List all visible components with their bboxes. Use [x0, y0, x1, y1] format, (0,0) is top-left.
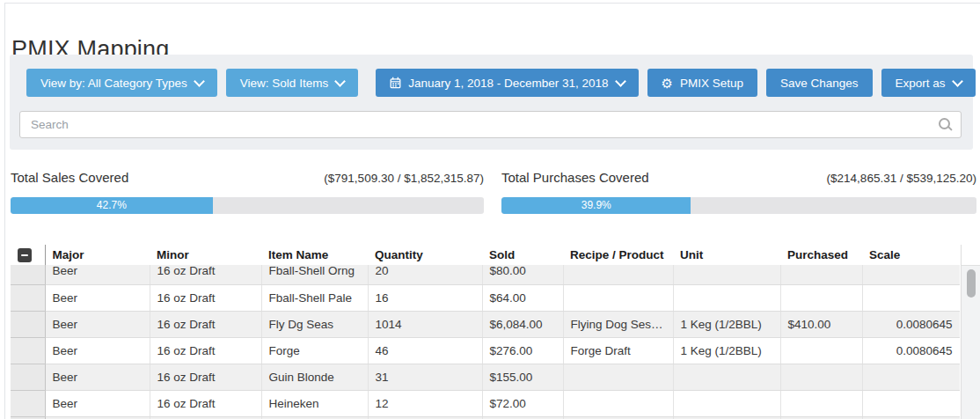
- cell-unit[interactable]: [673, 364, 780, 390]
- cell-purchased[interactable]: [780, 390, 862, 416]
- total-purchases-covered-section: Total Purchases Covered ($214,865.31 / $…: [501, 170, 976, 214]
- table-row: Beer 16 oz Draft Fly Dg Seas 1014 $6,084…: [11, 311, 960, 337]
- cell-quantity: 1014: [368, 311, 482, 337]
- cell-recipe-product[interactable]: [563, 390, 673, 416]
- cell-minor: 16 oz Draft: [150, 284, 261, 311]
- save-changes-label: Save Changes: [780, 77, 859, 90]
- pmix-setup-button[interactable]: ⚙ PMIX Setup: [647, 69, 758, 97]
- chevron-down-icon: [194, 76, 205, 87]
- pmix-setup-label: PMIX Setup: [680, 77, 743, 90]
- table-row: Beer 16 oz Draft Fball-Shell Orng 20 $80…: [11, 265, 960, 284]
- view-sold-items-dropdown[interactable]: View: Sold Items: [226, 69, 358, 97]
- select-all-header-cell: [11, 245, 45, 266]
- cell-sold: $64.00: [482, 284, 563, 311]
- export-as-dropdown[interactable]: Export as: [881, 69, 976, 97]
- cell-purchased[interactable]: [780, 284, 862, 311]
- column-header-item-name: Item Name: [261, 245, 368, 266]
- search-container: [19, 111, 962, 138]
- purchases-covered-label: Total Purchases Covered: [501, 170, 649, 185]
- cell-item-name: Fball-Shell Orng: [261, 265, 368, 284]
- cell-major: Beer: [45, 337, 150, 364]
- cell-major: Beer: [45, 364, 150, 390]
- content-top-border: [5, 3, 980, 4]
- cell-minor: 16 oz Draft: [150, 390, 261, 416]
- cell-unit[interactable]: 1 Keg (1/2BBL): [673, 337, 780, 364]
- chevron-down-icon: [615, 76, 626, 87]
- column-header-unit: Unit: [673, 245, 780, 266]
- purchases-covered-amounts: ($214,865.31 / $539,125.20): [827, 172, 976, 185]
- scrollbar-track[interactable]: [962, 265, 980, 419]
- cell-scale[interactable]: 0.0080645: [862, 311, 960, 337]
- cell-sold: $276.00: [482, 337, 563, 364]
- cell-scale[interactable]: [862, 265, 960, 284]
- cell-scale[interactable]: [862, 364, 960, 390]
- cell-quantity: 20: [368, 265, 482, 284]
- cell-sold: $80.00: [482, 265, 563, 284]
- cell-item-name: Forge: [261, 337, 368, 364]
- cell-quantity: 46: [368, 337, 482, 364]
- cell-purchased[interactable]: [780, 364, 862, 390]
- cell-sold: $155.00: [482, 364, 563, 390]
- table-row: Beer 16 oz Draft Heineken 12 $72.00: [11, 390, 960, 416]
- cell-sold: $6,084.00: [482, 311, 563, 337]
- gear-icon: ⚙: [662, 77, 673, 90]
- cell-purchased[interactable]: $410.00: [780, 311, 862, 337]
- cell-recipe-product[interactable]: Flying Dog Sesao…: [563, 311, 673, 337]
- cell-purchased[interactable]: [780, 337, 862, 364]
- table-body-viewport: Beer 16 oz Draft Fball-Shell Orng 20 $80…: [11, 265, 960, 419]
- cell-recipe-product[interactable]: [563, 364, 673, 390]
- export-as-label: Export as: [896, 77, 946, 90]
- cell-item-name: Fly Dg Seas: [261, 311, 368, 337]
- cell-unit[interactable]: 1 Keg (1/2BBL): [673, 311, 780, 337]
- row-handle[interactable]: [11, 311, 45, 337]
- sales-covered-amounts: ($791,509.30 / $1,852,315.87): [324, 172, 484, 185]
- cell-unit[interactable]: [673, 390, 780, 416]
- minus-icon: [21, 254, 28, 256]
- cell-purchased[interactable]: [780, 265, 862, 284]
- cell-minor: 16 oz Draft: [150, 311, 261, 337]
- save-changes-button[interactable]: Save Changes: [766, 69, 873, 97]
- column-header-quantity: Quantity: [368, 245, 482, 266]
- cell-item-name: Fball-Shell Pale: [261, 284, 368, 311]
- row-handle[interactable]: [11, 337, 45, 364]
- date-range-dropdown[interactable]: January 1, 2018 - December 31, 2018: [376, 69, 638, 97]
- toolbar-panel: View by: All Category Types View: Sold I…: [10, 55, 973, 150]
- purchases-progress-fill: 39.9%: [501, 197, 691, 214]
- cell-recipe-product[interactable]: [563, 265, 673, 284]
- total-sales-covered-section: Total Sales Covered ($791,509.30 / $1,85…: [11, 170, 484, 214]
- pmix-table: Beer 16 oz Draft Fball-Shell Orng 20 $80…: [11, 265, 960, 419]
- cell-recipe-product[interactable]: [563, 284, 673, 311]
- column-header-minor: Minor: [150, 245, 261, 266]
- row-handle[interactable]: [11, 390, 45, 416]
- select-all-checkbox[interactable]: [18, 248, 32, 262]
- cell-scale[interactable]: [862, 284, 960, 311]
- cell-scale[interactable]: [862, 390, 960, 416]
- cell-minor: 16 oz Draft: [150, 265, 261, 284]
- sales-progress-fill: 42.7%: [11, 197, 213, 214]
- cell-recipe-product[interactable]: Forge Draft: [563, 337, 673, 364]
- scrollbar-thumb[interactable]: [967, 269, 976, 298]
- cell-quantity: 31: [368, 364, 482, 390]
- content-left-border: [4, 3, 5, 419]
- row-handle[interactable]: [11, 265, 45, 284]
- cell-quantity: 12: [368, 390, 482, 416]
- column-header-scale: Scale: [862, 245, 960, 266]
- view-by-category-dropdown[interactable]: View by: All Category Types: [26, 69, 217, 97]
- chevron-down-icon: [334, 76, 346, 87]
- row-handle[interactable]: [11, 364, 45, 390]
- toolbar-button-row: View by: All Category Types View: Sold I…: [26, 69, 962, 97]
- table-scrollbar: [961, 245, 980, 419]
- table-header: Major Minor Item Name Quantity Sold Reci…: [11, 245, 960, 265]
- cell-scale[interactable]: 0.0080645: [862, 337, 960, 364]
- cell-unit[interactable]: [673, 265, 780, 284]
- cell-unit[interactable]: [673, 284, 780, 311]
- table-row: Beer 16 oz Draft Guin Blonde 31 $155.00: [11, 364, 960, 390]
- sales-progress-bar: 42.7%: [11, 197, 484, 214]
- search-input[interactable]: [19, 111, 962, 138]
- column-header-sold: Sold: [482, 245, 563, 266]
- cell-minor: 16 oz Draft: [150, 337, 261, 364]
- cell-major: Beer: [45, 311, 150, 337]
- chevron-down-icon: [952, 76, 963, 87]
- column-header-purchased: Purchased: [780, 245, 862, 266]
- row-handle[interactable]: [11, 284, 45, 311]
